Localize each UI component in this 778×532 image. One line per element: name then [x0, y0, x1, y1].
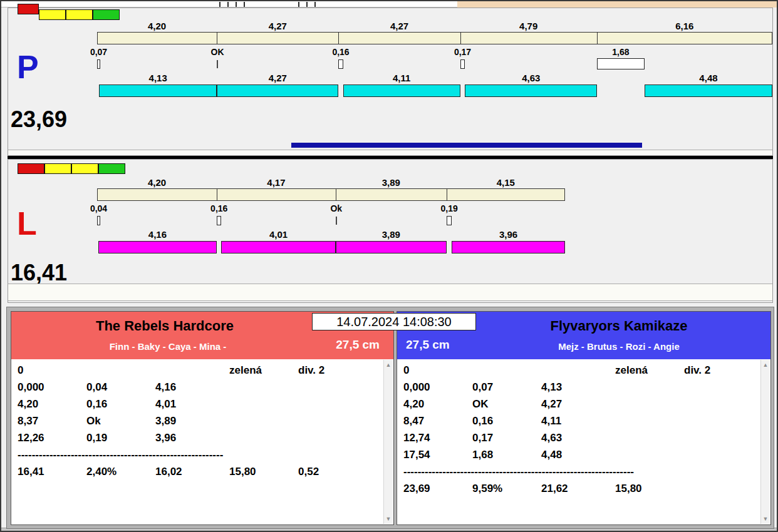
scroll-up-button[interactable]: ▲	[761, 360, 770, 370]
run-time-label: 3,96	[499, 229, 517, 240]
segment-track-bar	[97, 188, 565, 201]
table-cell: Ok	[86, 415, 101, 427]
table-cell: 0	[403, 364, 409, 377]
table-row: 0,0000,044,16	[11, 381, 383, 398]
table-cell: OK	[472, 398, 489, 411]
segment-divider	[336, 188, 336, 201]
status-light	[44, 163, 71, 174]
table-cell: 4,16	[155, 381, 176, 394]
team-panel-right: Flyvaryors Kamikaze Mejz - Brutus - Rozi…	[397, 311, 771, 525]
segment-divider	[447, 188, 447, 201]
scrollbar[interactable]: ▲ ▼	[383, 360, 393, 524]
run-time-label: 4,63	[522, 73, 540, 83]
table-cell: 4,48	[541, 449, 562, 461]
gap-marker	[460, 59, 465, 69]
segment-divider	[338, 32, 339, 44]
segment-divider	[597, 32, 598, 44]
traffic-light-indicator	[18, 163, 125, 174]
top-edge-tick	[298, 2, 299, 7]
table-cell: 0	[18, 364, 23, 377]
team-members: Finn - Baky - Caya - Mina -	[11, 341, 324, 352]
scroll-down-button[interactable]: ▼	[384, 514, 393, 524]
gap-marker	[447, 216, 452, 225]
results-panel: The Rebels Hardcore Finn - Baky - Caya -…	[6, 307, 774, 529]
table-cell: 4,20	[403, 398, 424, 411]
table-row: 4,200,164,01	[11, 398, 383, 415]
top-edge-tick	[314, 2, 316, 7]
gap-time-label: 0,17	[454, 47, 471, 57]
results-table: 0zelenádiv. 20,0000,074,134,20OK4,278,47…	[397, 359, 760, 524]
table-cell: zelená	[229, 364, 262, 377]
run-bar	[645, 84, 772, 97]
run-time-label: 4,16	[148, 229, 167, 240]
gap-time-label: OK	[211, 47, 224, 57]
lane-footer-strip	[8, 150, 772, 156]
scrollbar[interactable]: ▲ ▼	[760, 360, 770, 524]
table-cell: 4,20	[18, 398, 38, 411]
table-row: ----------------------------------------…	[11, 449, 383, 466]
run-bar	[98, 241, 217, 253]
run-bar	[221, 241, 335, 253]
table-row: 4,20OK4,27	[397, 398, 760, 415]
status-light	[66, 9, 93, 20]
split-time-label: 3,89	[382, 177, 400, 188]
segment-divider	[217, 188, 217, 201]
table-row: ----------------------------------------…	[397, 466, 760, 483]
jump-height-label: 27,5 cm	[406, 338, 450, 352]
table-cell: 12,74	[403, 432, 430, 444]
scroll-up-button[interactable]: ▲	[384, 360, 393, 370]
app-window: P 23,69 4,200,074,134,27OK4,274,270,164,…	[0, 0, 778, 532]
gap-time-label: 1,68	[612, 47, 629, 57]
table-cell: 16,02	[155, 466, 182, 478]
table-cell: 0,16	[86, 398, 107, 411]
table-cell: 8,47	[403, 415, 424, 427]
run-time-label: 4,11	[393, 73, 410, 83]
segment-track-bar	[97, 32, 772, 44]
results-table-body: 0zelenádiv. 20,0000,074,134,20OK4,278,47…	[397, 364, 760, 499]
gap-time-label: 0,16	[210, 203, 227, 213]
split-track: 4,200,074,134,27OK4,274,270,164,114,790,…	[8, 8, 772, 155]
table-cell: 1,68	[472, 449, 493, 461]
gap-marker	[597, 58, 645, 69]
team-name: The Rebels Hardcore	[11, 318, 318, 334]
gap-time-label: Ok	[330, 203, 342, 213]
run-bar	[452, 241, 564, 253]
table-row: 23,699,59%21,6215,80	[397, 483, 760, 499]
table-cell: 21,62	[541, 483, 568, 495]
table-cell: 4,63	[541, 432, 562, 444]
run-time-label: 4,27	[269, 73, 287, 83]
table-cell: 0,000	[18, 381, 44, 394]
status-light	[39, 9, 66, 20]
team-name: Flyvaryors Kamikaze	[469, 318, 769, 334]
results-table: 0zelenádiv. 20,0000,044,164,200,164,018,…	[11, 359, 383, 524]
run-time-label: 3,89	[382, 229, 400, 240]
run-bar	[465, 84, 597, 97]
top-edge-tick	[219, 2, 220, 7]
table-cell: 17,54	[403, 449, 430, 461]
split-time-label: 4,17	[267, 177, 285, 188]
status-light	[98, 163, 125, 174]
split-time-label: 4,79	[519, 21, 537, 31]
table-cell: 8,37	[18, 415, 38, 427]
table-cell: 0,17	[472, 432, 493, 444]
table-row: 16,412,40%16,0215,800,52	[11, 466, 383, 483]
lane-p-panel: P 23,69 4,200,074,134,27OK4,274,270,164,…	[8, 8, 773, 156]
scroll-down-button[interactable]: ▼	[761, 514, 770, 524]
split-track: 4,200,044,164,170,164,013,89Ok3,894,150,…	[8, 165, 772, 302]
status-light	[71, 163, 98, 174]
background-window-strip	[457, 1, 777, 8]
gap-time-label: 0,07	[90, 47, 107, 57]
datetime-display: 14.07.2024 14:08:30	[312, 313, 476, 330]
segment-divider	[460, 32, 461, 44]
table-cell: 0,07	[472, 381, 493, 394]
table-row: 8,37Ok3,89	[11, 415, 383, 432]
top-edge-tick	[306, 2, 308, 7]
top-window-edge	[1, 1, 777, 8]
race-progress-bar	[291, 143, 642, 148]
gap-time-label: 0,19	[441, 203, 458, 213]
table-cell: 4,13	[541, 381, 562, 394]
segment-divider	[217, 32, 217, 44]
table-cell: 3,89	[155, 415, 176, 427]
table-row: 12,740,174,63	[397, 432, 760, 449]
split-time-label: 4,27	[390, 21, 408, 31]
